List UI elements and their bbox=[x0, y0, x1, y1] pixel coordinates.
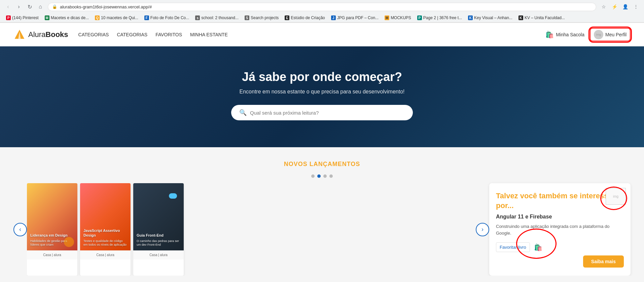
macetes-favicon: M bbox=[45, 15, 49, 20]
menu-button[interactable]: ⋮ bbox=[631, 2, 641, 11]
carousel-dots bbox=[0, 174, 644, 178]
navbar: AluraBooks CATEGORIAS CATEGORIAS FAVORIT… bbox=[0, 23, 644, 46]
dot-4[interactable] bbox=[329, 174, 333, 178]
foto-favicon: F bbox=[144, 15, 149, 20]
lock-icon: 🔒 bbox=[52, 4, 57, 9]
nav-links: CATEGORIAS CATEGORIAS FAVORITOS MINHA ES… bbox=[78, 31, 546, 39]
sacola-icon: 🛍️ bbox=[545, 31, 554, 39]
bookmark-label: Estúdio de Criação bbox=[291, 15, 325, 20]
book-subtitle-3: O caminho das pedras para ser um dev Fro… bbox=[137, 239, 180, 247]
hero-section: Já sabe por onde começar? Encontre em no… bbox=[0, 46, 644, 147]
books-container: Liderança em Design Habilidades de gestã… bbox=[27, 183, 476, 276]
school-favicon: s bbox=[195, 15, 200, 20]
search-bar[interactable]: 🔍 bbox=[231, 105, 413, 120]
meu-perfil-button[interactable]: img Meu Perfil bbox=[590, 28, 631, 41]
book-cloud-decoration bbox=[169, 193, 177, 199]
rec-description: Construindo uma aplicação integrada com … bbox=[496, 223, 624, 236]
url-input[interactable] bbox=[60, 4, 592, 9]
bookmark-label: MOCKUPS bbox=[391, 15, 411, 20]
book-title-3: Guia Front-End O caminho das pedras para… bbox=[137, 233, 180, 247]
bookmark-macetes2[interactable]: Q 10 macetes de Qui... bbox=[92, 14, 141, 21]
bookmark-star-button[interactable]: ☆ bbox=[599, 2, 608, 11]
section-title: NOVOS LANÇAMENTOS bbox=[0, 161, 644, 168]
jpg-favicon: J bbox=[331, 15, 336, 20]
app-wrapper: AluraBooks CATEGORIAS CATEGORIAS FAVORIT… bbox=[0, 23, 644, 276]
book-card-1[interactable]: Liderança em Design Habilidades de gestã… bbox=[27, 183, 77, 276]
bookmark-label: Macetes e dicas de... bbox=[51, 15, 89, 20]
bookmark-school[interactable]: s school: 2 thousand... bbox=[192, 14, 241, 21]
bookmark-foto[interactable]: F Foto de Foto De Co... bbox=[142, 14, 192, 21]
pinterest-favicon: P bbox=[6, 15, 11, 20]
nav-refresh-button[interactable]: ↻ bbox=[25, 2, 34, 11]
browser-action-buttons: ☆ ⚡ 👤 ⋮ bbox=[599, 2, 641, 11]
favoritar-button[interactable]: Favoritar livro bbox=[496, 242, 530, 252]
hero-subtitle: Encontre em nossa estante o que precisa … bbox=[13, 89, 631, 95]
browser-chrome: ‹ › ↻ ⌂ 🔒 ☆ ⚡ 👤 ⋮ P (144) Pinterest M Ma… bbox=[0, 0, 644, 23]
search-input[interactable] bbox=[250, 110, 405, 116]
bookmark-page2[interactable]: P Page 2 | 3676 free t... bbox=[415, 14, 465, 21]
book-title-2: JavaScript Assertivo Design Testes e qua… bbox=[83, 228, 127, 247]
bookmark-label: Foto de Foto De Co... bbox=[150, 15, 189, 20]
avatar: img bbox=[594, 30, 603, 39]
saiba-mais-button[interactable]: Saiba mais bbox=[583, 255, 624, 268]
page2-favicon: P bbox=[417, 15, 422, 20]
bookmark-label: KV – Unita Faculdad... bbox=[525, 15, 565, 20]
bookmark-mockups[interactable]: M MOCKUPS bbox=[382, 14, 414, 21]
bookmark-label: Search projects bbox=[251, 15, 279, 20]
nav-favoritos[interactable]: FAVORITOS bbox=[155, 31, 182, 39]
bag-icon[interactable]: 🛍️ bbox=[534, 243, 542, 251]
nav-back-button[interactable]: ‹ bbox=[3, 2, 13, 11]
bookmark-label: Page 2 | 3676 free t... bbox=[423, 15, 462, 20]
bookmark-macetes[interactable]: M Macetes e dicas de... bbox=[42, 14, 92, 21]
browser-nav-buttons: ‹ › ↻ ⌂ bbox=[3, 2, 45, 11]
book-card-2[interactable]: JavaScript Assertivo Design Testes e qua… bbox=[80, 183, 131, 276]
kv-favicon: K bbox=[468, 15, 473, 20]
bookmark-search-projects[interactable]: S Search projects bbox=[242, 14, 281, 21]
estudio-favicon: E bbox=[285, 15, 289, 20]
book-publisher-1: Casa | alura bbox=[27, 250, 77, 259]
search-icon: 🔍 bbox=[239, 109, 247, 116]
meu-perfil-label: Meu Perfil bbox=[605, 32, 627, 37]
saiba-mais-wrapper: Saiba mais bbox=[496, 255, 624, 268]
rec-actions: Favoritar livro 🛍️ bbox=[496, 242, 624, 252]
minha-sacola-button[interactable]: 🛍️ Minha Sacola bbox=[545, 31, 584, 39]
address-bar[interactable]: 🔒 bbox=[48, 3, 596, 11]
bookmark-label: 10 macetes de Qui... bbox=[101, 15, 138, 20]
bookmark-label: school: 2 thousand... bbox=[201, 15, 239, 20]
book-publisher-2: Casa | alura bbox=[80, 250, 131, 259]
nav-forward-button[interactable]: › bbox=[14, 2, 24, 11]
minha-sacola-label: Minha Sacola bbox=[556, 32, 584, 37]
bookmark-kv2[interactable]: K KV – Unita Faculdad... bbox=[516, 14, 568, 21]
brand-logo-icon bbox=[13, 29, 26, 41]
brand[interactable]: AluraBooks bbox=[13, 29, 68, 41]
carousel-next-button[interactable]: › bbox=[476, 223, 489, 236]
recommendation-card: img Talvez você também se interesse por.… bbox=[489, 183, 631, 276]
avatar-placeholder: img bbox=[596, 33, 601, 36]
nav-categorias-2[interactable]: CATEGORIAS bbox=[117, 31, 147, 39]
dot-1[interactable] bbox=[311, 174, 315, 178]
books-row: ‹ Liderança em Design Habilidades de ges… bbox=[0, 183, 644, 276]
bookmark-jpg[interactable]: J JPG para PDF – Con... bbox=[328, 14, 381, 21]
navbar-right: 🛍️ Minha Sacola img Meu Perfil bbox=[545, 28, 631, 41]
qui-favicon: Q bbox=[95, 15, 100, 20]
bookmark-label: Key Visual – Anhan... bbox=[474, 15, 512, 20]
mockups-favicon: M bbox=[385, 15, 389, 20]
bookmark-kv[interactable]: K Key Visual – Anhan... bbox=[465, 14, 515, 21]
bookmark-label: (144) Pinterest bbox=[12, 15, 39, 20]
bookmark-label: JPG para PDF – Con... bbox=[337, 15, 379, 20]
nav-minha-estante[interactable]: MINHA ESTANTE bbox=[190, 31, 228, 39]
search-projects-favicon: S bbox=[245, 15, 249, 20]
carousel-prev-button[interactable]: ‹ bbox=[13, 223, 27, 236]
book-card-3[interactable]: Guia Front-End O caminho das pedras para… bbox=[133, 183, 184, 276]
bookmark-estudio[interactable]: E Estúdio de Criação bbox=[282, 14, 327, 21]
nav-categorias-1[interactable]: CATEGORIAS bbox=[78, 31, 109, 39]
bookmark-pinterest[interactable]: P (144) Pinterest bbox=[3, 14, 41, 21]
extensions-button[interactable]: ⚡ bbox=[610, 2, 619, 11]
profile-button[interactable]: 👤 bbox=[620, 2, 630, 11]
rec-title: Talvez você também se interesse por... bbox=[496, 191, 624, 210]
rec-book-title: Angular 11 e Firebase bbox=[496, 214, 624, 220]
dot-2[interactable] bbox=[317, 174, 321, 178]
nav-home-button[interactable]: ⌂ bbox=[36, 2, 45, 11]
dot-3[interactable] bbox=[323, 174, 327, 178]
rec-image: img bbox=[606, 188, 626, 205]
